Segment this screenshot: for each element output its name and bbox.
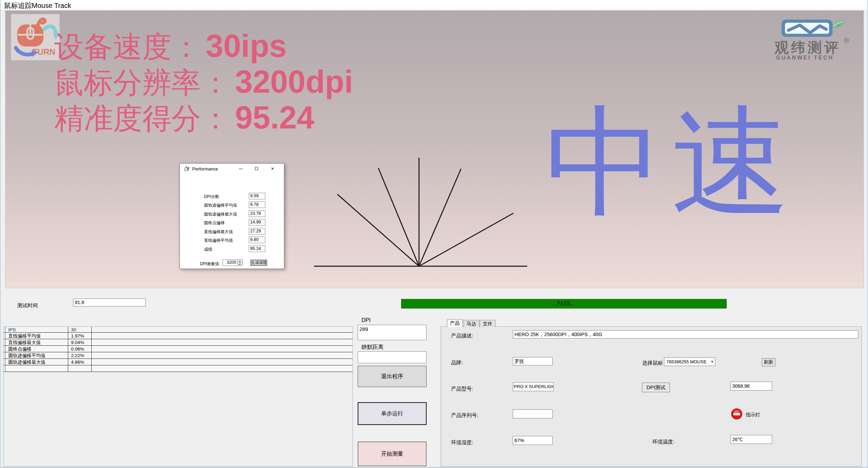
silent-distance-label: 静默距离: [361, 344, 384, 351]
spinner-up-icon[interactable]: [238, 260, 242, 263]
table-header-ips: IPS: [6, 327, 68, 333]
brand-logo: 观纬测评 ® GUANWEI TECH: [770, 18, 862, 70]
model-input[interactable]: PRO X SUPERLIGHT: [513, 382, 554, 391]
results-panel: IPS 30 直线偏移平均值 1.97% 直线偏移最大值 9.04% 圆终点偏移…: [3, 326, 353, 467]
dialog-row: 圆轨迹偏移平均值 9.78: [180, 201, 284, 208]
trace-fan-lines: [6, 11, 864, 289]
product-desc-input[interactable]: HERO 25K，25600DPI，400IPS，40G: [513, 330, 858, 339]
dpi-measure-label: DPI测量值: [200, 261, 219, 267]
table-row-value: 4.86%: [68, 359, 92, 365]
brand-wave-leaf-icon: [781, 18, 845, 38]
window-titlebar[interactable]: 鼠标追踪Mouse Track: [1, 0, 867, 9]
product-desc-label: 产品描述:: [451, 333, 473, 339]
performance-dialog-titlebar[interactable]: Performance — ✕: [180, 164, 284, 174]
table-row-value: 1.97%: [68, 333, 92, 339]
table-row-label: 直线偏移最大值: [6, 339, 68, 346]
indicator-light-icon: [731, 408, 743, 420]
performance-dialog: Performance — ✕ DPI分数 9.59 圆轨迹偏移平均值 9.78…: [180, 163, 284, 269]
table-row-value: 2.22%: [68, 352, 92, 359]
dialog-row: 圆终点偏移 14.99: [180, 219, 284, 226]
tab-product[interactable]: 产品: [447, 319, 463, 327]
pass-status-bar: ...PASS...: [401, 299, 727, 309]
results-table: IPS 30 直线偏移平均值 1.97% 直线偏移最大值 9.04% 圆终点偏移…: [4, 327, 353, 372]
table-header-speed: 30: [68, 327, 92, 333]
brand-input[interactable]: 罗技: [513, 357, 553, 365]
generate-score-button[interactable]: 生成成绩: [251, 260, 267, 266]
dialog-minimize-button[interactable]: —: [235, 164, 247, 174]
performance-dialog-title: Performance: [192, 166, 218, 171]
humidity-input[interactable]: 67%: [513, 436, 553, 445]
dialog-row: 直线偏移最大值 27.29: [180, 228, 284, 235]
table-row-label: [6, 365, 68, 372]
dialog-row: 圆轨迹偏移最大值 23.79: [180, 210, 284, 217]
start-measure-button[interactable]: 开始测量: [358, 441, 427, 466]
line-avg-offset-field[interactable]: 9.80: [249, 237, 265, 243]
tab-motor[interactable]: 马达: [463, 320, 479, 327]
brand-registered-mark: ®: [844, 36, 849, 45]
table-row-label: 圆终点偏移: [6, 346, 68, 352]
score-field[interactable]: 95.24: [249, 246, 265, 252]
circle-endpoint-offset-field[interactable]: 14.99: [249, 219, 265, 226]
circle-avg-offset-field[interactable]: 9.78: [249, 201, 265, 208]
tab-file[interactable]: 文件: [480, 320, 496, 327]
maximize-icon: [255, 167, 258, 170]
table-row-label: 圆轨迹偏移平均值: [6, 352, 68, 359]
model-label: 产品型号:: [451, 386, 473, 392]
exit-program-button[interactable]: 退出程序: [358, 366, 427, 387]
dialog-row: DPI分数 9.59: [180, 193, 284, 200]
hand-cursor-icon: [184, 166, 190, 171]
indicator-light-label: 指示灯: [746, 412, 760, 418]
brand-name-en: GUANWEI TECH: [776, 55, 834, 61]
temperature-label: 环境温度:: [652, 439, 674, 445]
dpi-test-button[interactable]: DPI测试: [642, 383, 670, 392]
circle-max-offset-field[interactable]: 23.79: [249, 210, 265, 217]
product-panel: [441, 326, 862, 467]
dialog-row: 成绩 95.24: [180, 246, 284, 252]
table-row-label: 圆轨迹偏移最大值: [6, 359, 68, 365]
select-mouse-label: 选择鼠标: [642, 360, 663, 366]
spinner-down-icon[interactable]: [238, 263, 242, 266]
test-time-label: 测试时间: [17, 302, 38, 309]
app-window: 鼠标追踪Mouse Track TURN 设备速度：30ips: [0, 0, 868, 468]
test-time-input[interactable]: 91.8: [73, 299, 146, 306]
serial-label: 产品序列号:: [451, 412, 478, 419]
pass-status-text: ...PASS...: [553, 300, 575, 307]
dpi-label: DPI: [361, 317, 371, 323]
single-step-button[interactable]: 单步运行: [358, 402, 427, 425]
dialog-maximize-button[interactable]: [251, 164, 262, 174]
dialog-row: 直线偏移平均值 9.80: [180, 237, 284, 243]
tracking-canvas: TURN 设备速度：30ips 鼠标分辨率：3200dpi 精准度得分：95.2…: [5, 10, 864, 288]
brand-label: 品牌:: [451, 360, 463, 366]
dialog-close-button[interactable]: ✕: [267, 164, 278, 174]
table-row-value: 9.04%: [68, 339, 92, 346]
table-row-value: [68, 365, 92, 372]
dpi-measure-stepper[interactable]: 3200: [223, 259, 243, 266]
brand-name-cn: 观纬测评: [775, 38, 841, 57]
window-title: 鼠标追踪Mouse Track: [4, 1, 71, 10]
serial-input[interactable]: [513, 409, 553, 418]
dpi-test-value-input[interactable]: 3068.96: [731, 382, 772, 391]
temperature-input[interactable]: 26℃: [731, 435, 772, 444]
dpi-score-field[interactable]: 9.59: [249, 193, 265, 199]
silent-distance-input[interactable]: [358, 351, 427, 363]
refresh-button[interactable]: 刷新: [762, 358, 775, 366]
select-mouse-dropdown[interactable]: 785386255 MOUSE: [664, 357, 715, 366]
humidity-label: 环境湿度:: [451, 439, 473, 446]
table-row-value: 0.06%: [68, 346, 92, 352]
table-row-label: 直线偏移平均值: [6, 333, 68, 339]
chevron-down-icon: [709, 361, 715, 363]
line-max-offset-field[interactable]: 27.29: [249, 228, 265, 235]
dpi-input[interactable]: 289: [358, 325, 427, 340]
